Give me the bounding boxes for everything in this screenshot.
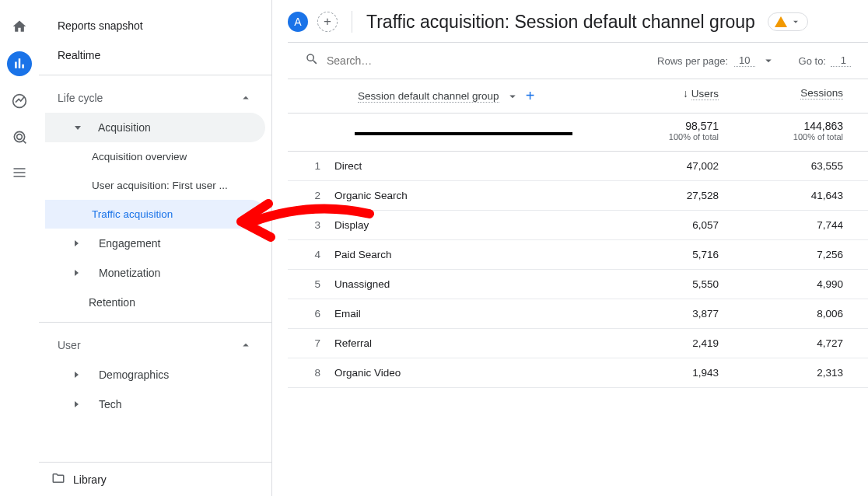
row-index: 4 [288, 249, 334, 260]
goto-label: Go to: [799, 55, 826, 67]
row-sessions: 7,744 [734, 219, 859, 231]
sidebar-item-library[interactable]: Library [39, 463, 271, 496]
sidebar-item-tech[interactable]: Tech [45, 389, 265, 419]
total-users-pct: 100% of total [610, 132, 719, 141]
total-sessions: 144,863 [734, 120, 843, 132]
configure-icon[interactable] [9, 162, 30, 183]
rows-per-page-value: 10 [734, 54, 754, 67]
goto-value: 1 [831, 54, 851, 67]
table-row[interactable]: 3 Display 6,057 7,744 [288, 211, 868, 240]
sort-descending-icon: ↓ [683, 87, 688, 100]
sidebar-item-label: Traffic acquisition [92, 208, 173, 220]
chevron-down-icon [506, 89, 520, 103]
main-content: A + Traffic acquisition: Session default… [272, 0, 868, 496]
total-sessions-pct: 100% of total [734, 132, 843, 141]
column-header-users[interactable]: ↓ Users [610, 87, 734, 100]
redacted-content [355, 132, 572, 135]
explore-icon[interactable] [9, 90, 30, 112]
chevron-right-icon [75, 240, 82, 246]
page-title: Traffic acquisition: Session default cha… [366, 12, 755, 33]
sidebar-header-user[interactable]: User [45, 327, 265, 360]
row-dimension: Organic Video [334, 367, 610, 379]
table-row[interactable]: 2 Organic Search 27,528 41,643 [288, 181, 868, 211]
sidebar-item-label: Engagement [99, 237, 160, 250]
row-sessions: 4,990 [734, 278, 859, 290]
chevron-right-icon [75, 372, 82, 378]
sidebar-item-monetization[interactable]: Monetization [45, 258, 265, 288]
row-index: 5 [288, 278, 334, 290]
chevron-right-icon [75, 270, 82, 276]
row-index: 3 [288, 219, 334, 231]
sidebar-item-retention[interactable]: Retention [45, 288, 265, 317]
row-users: 3,877 [610, 308, 734, 320]
row-users: 47,002 [610, 160, 734, 172]
dimension-label: Session default channel group [358, 90, 499, 103]
dimension-header[interactable]: Session default channel group + [334, 87, 610, 105]
chevron-down-icon [75, 126, 81, 130]
row-sessions: 8,006 [734, 308, 859, 320]
data-quality-warning[interactable] [768, 12, 808, 31]
add-dimension-button[interactable]: + [526, 87, 535, 105]
comparison-badge-a[interactable]: A [288, 12, 308, 32]
table-row[interactable]: 6 Email 3,877 8,006 [288, 299, 868, 329]
chevron-up-icon [239, 91, 253, 105]
sidebar-item-traffic-acquisition[interactable]: Traffic acquisition [45, 200, 265, 229]
row-index: 6 [288, 308, 334, 320]
sidebar-item-demographics[interactable]: Demographics [45, 360, 265, 389]
rows-per-page-label: Rows per page: [657, 55, 728, 67]
sidebar-item-label: Retention [89, 296, 135, 309]
icon-rail [0, 0, 39, 496]
row-sessions: 7,256 [734, 249, 859, 260]
rows-per-page[interactable]: Rows per page: 10 [657, 54, 775, 68]
chevron-right-icon [75, 401, 82, 407]
data-table: Session default channel group + ↓ Users … [288, 79, 868, 496]
sidebar: Reports snapshot Realtime Life cycle Acq… [39, 0, 272, 496]
row-index: 1 [288, 160, 334, 172]
metric-label: Sessions [800, 87, 843, 100]
row-users: 6,057 [610, 219, 734, 231]
row-sessions: 2,313 [734, 367, 859, 379]
sidebar-item-user-acquisition[interactable]: User acquisition: First user ... [45, 171, 265, 200]
row-dimension: Email [334, 308, 610, 320]
sidebar-item-label: Library [73, 473, 107, 486]
column-header-sessions[interactable]: Sessions [734, 87, 859, 99]
sidebar-item-reports-snapshot[interactable]: Reports snapshot [45, 11, 265, 40]
sidebar-item-realtime[interactable]: Realtime [45, 40, 265, 70]
sidebar-item-label: User acquisition: First user ... [92, 180, 228, 191]
folder-icon [51, 471, 65, 487]
table-row[interactable]: 4 Paid Search 5,716 7,256 [288, 240, 868, 270]
sidebar-item-label: Monetization [99, 267, 160, 279]
search-icon [305, 52, 319, 69]
reports-icon[interactable] [7, 51, 32, 76]
row-dimension: Display [334, 219, 610, 231]
row-dimension: Organic Search [334, 190, 610, 201]
home-icon[interactable] [9, 16, 30, 37]
sidebar-item-acquisition-overview[interactable]: Acquisition overview [45, 142, 265, 171]
sidebar-item-label: Acquisition [98, 121, 151, 134]
row-dimension: Unassigned [334, 278, 610, 290]
table-row[interactable]: 8 Organic Video 1,943 2,313 [288, 358, 868, 388]
table-row[interactable]: 7 Referral 2,419 4,727 [288, 329, 868, 358]
row-users: 27,528 [610, 190, 734, 201]
row-dimension: Referral [334, 337, 610, 349]
goto-page[interactable]: Go to: 1 [799, 54, 851, 67]
sidebar-item-label: Realtime [58, 49, 100, 61]
search-input[interactable] [327, 54, 649, 67]
warning-icon [775, 16, 787, 27]
sidebar-item-engagement[interactable]: Engagement [45, 229, 265, 258]
row-users: 5,550 [610, 278, 734, 290]
row-index: 8 [288, 367, 334, 379]
sidebar-header-life-cycle[interactable]: Life cycle [45, 80, 265, 113]
total-users: 98,571 [610, 120, 719, 132]
add-comparison-button[interactable]: + [317, 12, 338, 32]
table-row[interactable]: 5 Unassigned 5,550 4,990 [288, 270, 868, 299]
sidebar-header-label: User [58, 339, 81, 351]
row-sessions: 63,555 [734, 160, 859, 172]
sidebar-item-label: Reports snapshot [58, 19, 143, 32]
sidebar-item-acquisition[interactable]: Acquisition [45, 113, 265, 142]
row-sessions: 41,643 [734, 190, 859, 201]
table-row[interactable]: 1 Direct 47,002 63,555 [288, 152, 868, 181]
table-controls: Rows per page: 10 Go to: 1 [288, 42, 868, 79]
advertising-icon[interactable] [9, 126, 30, 148]
sidebar-header-label: Life cycle [58, 92, 103, 104]
